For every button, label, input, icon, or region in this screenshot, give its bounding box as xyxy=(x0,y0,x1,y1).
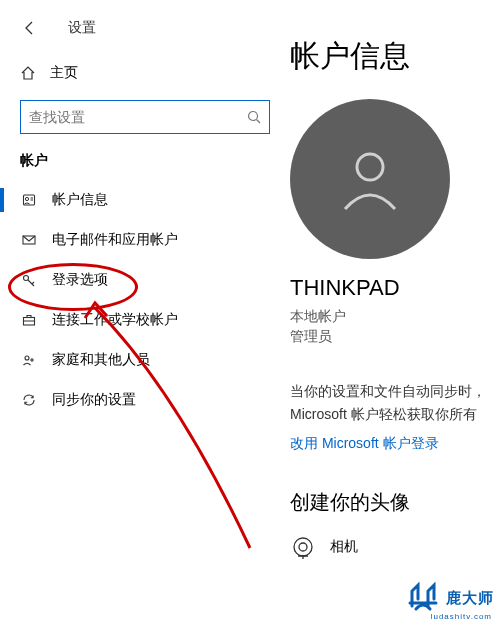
svg-point-8 xyxy=(294,538,312,556)
sidebar-item-sync-settings[interactable]: 同步你的设置 xyxy=(0,380,290,420)
sidebar-home[interactable]: 主页 xyxy=(0,52,290,96)
svg-point-0 xyxy=(249,112,258,121)
camera-label: 相机 xyxy=(330,538,358,556)
camera-option[interactable]: 相机 xyxy=(290,534,500,560)
avatar-section-title: 创建你的头像 xyxy=(290,489,500,516)
sidebar-item-label: 同步你的设置 xyxy=(52,391,136,409)
camera-icon xyxy=(290,534,316,560)
watermark-text: 鹿大师 xyxy=(446,589,494,608)
mail-icon xyxy=(20,231,38,249)
sync-description: 当你的设置和文件自动同步时， xyxy=(290,380,500,402)
sidebar-item-signin-options[interactable]: 登录选项 xyxy=(0,260,290,300)
briefcase-icon xyxy=(20,311,38,329)
page-title: 帐户信息 xyxy=(290,36,500,77)
sidebar-item-email-accounts[interactable]: 电子邮件和应用帐户 xyxy=(0,220,290,260)
svg-point-2 xyxy=(25,197,28,200)
ms-account-login-link[interactable]: 改用 Microsoft 帐户登录 xyxy=(290,435,500,453)
sync-description: Microsoft 帐户轻松获取你所有 xyxy=(290,403,500,425)
svg-point-6 xyxy=(25,356,29,360)
svg-point-7 xyxy=(357,154,383,180)
window-title: 设置 xyxy=(68,19,96,37)
watermark: 鹿大师 xyxy=(406,581,494,615)
home-icon xyxy=(20,65,36,81)
people-icon xyxy=(20,351,38,369)
search-icon xyxy=(247,110,261,124)
search-input-wrap[interactable] xyxy=(20,100,270,134)
watermark-logo-icon xyxy=(406,581,440,615)
watermark-url: ludashitv.com xyxy=(431,612,492,621)
sidebar-home-label: 主页 xyxy=(50,64,78,82)
sidebar-item-label: 帐户信息 xyxy=(52,191,108,209)
back-button[interactable] xyxy=(20,20,40,36)
search-input[interactable] xyxy=(29,109,247,125)
sync-icon xyxy=(20,391,38,409)
sidebar-item-account-info[interactable]: 帐户信息 xyxy=(0,180,290,220)
svg-point-9 xyxy=(299,543,307,551)
sidebar-item-family-others[interactable]: 家庭和其他人员 xyxy=(0,340,290,380)
sidebar-item-label: 连接工作或学校帐户 xyxy=(52,311,178,329)
account-username: THINKPAD xyxy=(290,275,500,301)
sidebar-item-label: 家庭和其他人员 xyxy=(52,351,150,369)
avatar xyxy=(290,99,450,259)
sidebar-item-work-school[interactable]: 连接工作或学校帐户 xyxy=(0,300,290,340)
account-type-local: 本地帐户 xyxy=(290,307,500,327)
sidebar-item-label: 登录选项 xyxy=(52,271,108,289)
sidebar-item-label: 电子邮件和应用帐户 xyxy=(52,231,178,249)
user-icon xyxy=(20,191,38,209)
svg-point-4 xyxy=(24,276,29,281)
sidebar-section-title: 帐户 xyxy=(0,152,290,180)
key-icon xyxy=(20,271,38,289)
account-role-admin: 管理员 xyxy=(290,327,500,347)
